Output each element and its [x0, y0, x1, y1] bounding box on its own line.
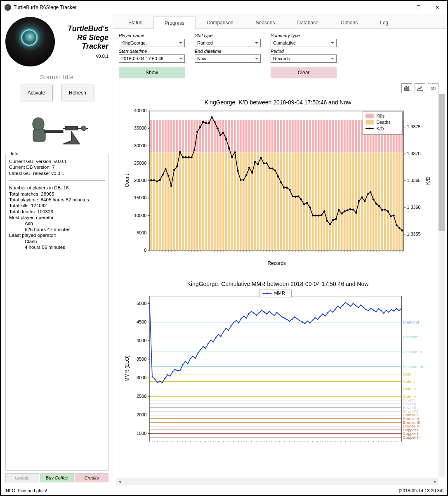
- svg-point-289: [367, 193, 369, 195]
- svg-point-473: [192, 356, 193, 357]
- svg-text:Kills: Kills: [376, 113, 385, 118]
- summary-type-select[interactable]: Cumulative: [271, 39, 337, 47]
- activate-button[interactable]: Activate: [20, 85, 53, 101]
- svg-text:5000: 5000: [137, 230, 146, 235]
- svg-rect-100: [240, 120, 242, 152]
- svg-rect-94: [231, 120, 233, 152]
- app-icon: [5, 4, 11, 11]
- player-name-select[interactable]: KingGeorge.: [119, 39, 185, 47]
- svg-point-463: [167, 374, 168, 376]
- status-label: Status: Idle: [5, 74, 108, 80]
- svg-rect-182: [358, 120, 360, 152]
- svg-point-271: [315, 215, 317, 217]
- svg-rect-167: [335, 152, 337, 250]
- svg-point-472: [190, 358, 191, 359]
- svg-point-495: [248, 313, 250, 314]
- tab-status[interactable]: Status: [117, 16, 153, 28]
- svg-rect-128: [280, 120, 282, 152]
- tab-database[interactable]: Database: [286, 16, 329, 28]
- scroll-right-arrow[interactable]: ►: [432, 478, 439, 485]
- svg-point-536: [353, 303, 354, 304]
- svg-point-527: [330, 310, 331, 311]
- svg-rect-61: [182, 152, 184, 250]
- info-least-op: Clash: [25, 239, 105, 244]
- line-chart-icon[interactable]: [415, 83, 425, 93]
- horizontal-scrollbar[interactable]: [116, 478, 439, 485]
- svg-point-511: [289, 321, 290, 322]
- clear-button[interactable]: Clear: [271, 67, 337, 78]
- svg-rect-201: [384, 152, 386, 250]
- chart-scroll-area[interactable]: KingGeorge. K/D between 2018-09-04 17:50…: [113, 94, 447, 486]
- tab-log[interactable]: Log: [369, 16, 399, 28]
- svg-point-521: [314, 317, 316, 319]
- svg-rect-113: [257, 152, 259, 250]
- period-select[interactable]: Records: [271, 54, 337, 63]
- svg-rect-81: [211, 152, 213, 250]
- svg-rect-55: [173, 152, 175, 250]
- svg-point-494: [246, 318, 247, 319]
- close-button[interactable]: ✕: [428, 1, 447, 14]
- svg-point-264: [295, 196, 297, 198]
- svg-text:1.3355: 1.3355: [407, 231, 420, 236]
- update-button[interactable]: Update: [5, 473, 39, 482]
- scroll-left-arrow[interactable]: ◄: [116, 478, 123, 485]
- svg-rect-102: [243, 120, 245, 152]
- svg-rect-185: [361, 152, 363, 250]
- svg-text:MMR (ELO): MMR (ELO): [124, 356, 130, 382]
- svg-point-253: [263, 162, 265, 164]
- svg-rect-213: [401, 152, 403, 250]
- start-datetime-select[interactable]: 2018-09-04 17:50:46: [119, 54, 185, 63]
- svg-point-229: [193, 149, 196, 151]
- svg-rect-114: [260, 120, 262, 152]
- svg-point-537: [355, 305, 356, 306]
- stat-type-select[interactable]: Ranked: [195, 39, 261, 47]
- svg-point-299: [396, 224, 398, 226]
- info-deaths: Total deaths: 100326: [9, 209, 105, 215]
- svg-point-461: [162, 382, 163, 383]
- bar-chart-icon[interactable]: [401, 83, 412, 93]
- svg-point-520: [312, 320, 313, 321]
- buy-coffee-button[interactable]: Buy Coffee: [40, 473, 74, 482]
- svg-text:K/D: K/D: [425, 177, 431, 185]
- credits-button[interactable]: Credits: [75, 473, 108, 482]
- svg-rect-133: [286, 152, 288, 250]
- svg-point-539: [360, 305, 361, 306]
- svg-rect-91: [225, 152, 227, 250]
- svg-rect-163: [329, 152, 331, 250]
- titlebar: TurtleBud's R6Siege Tracker — ☐ ✕: [1, 1, 447, 14]
- tab-comparison[interactable]: Comparison: [196, 16, 245, 28]
- svg-point-541: [365, 309, 366, 310]
- refresh-button[interactable]: Refresh: [61, 85, 94, 101]
- minimize-button[interactable]: —: [390, 1, 409, 14]
- svg-point-266: [300, 198, 302, 201]
- tab-progress[interactable]: Progress: [153, 17, 196, 29]
- show-button[interactable]: Show: [119, 67, 185, 78]
- maximize-button[interactable]: ☐: [409, 1, 428, 14]
- svg-rect-53: [170, 152, 172, 250]
- svg-point-236: [214, 121, 216, 123]
- svg-rect-159: [323, 152, 325, 250]
- svg-rect-82: [214, 120, 216, 152]
- tab-seasons[interactable]: Seasons: [245, 16, 286, 28]
- svg-point-238: [219, 134, 222, 136]
- svg-point-543: [370, 308, 372, 309]
- vertical-scrollbar-thumb[interactable]: [439, 94, 445, 231]
- svg-point-659: [266, 293, 268, 294]
- svg-point-490: [236, 320, 237, 321]
- svg-point-277: [332, 219, 334, 221]
- svg-point-458: [154, 378, 156, 380]
- svg-point-507: [279, 314, 280, 315]
- svg-rect-199: [381, 152, 383, 250]
- svg-rect-77: [205, 152, 207, 250]
- tab-options[interactable]: Options: [330, 16, 369, 28]
- svg-rect-93: [228, 152, 230, 250]
- end-datetime-select[interactable]: Now: [195, 54, 261, 63]
- svg-point-535: [350, 306, 351, 307]
- svg-point-457: [151, 376, 153, 378]
- svg-rect-140: [297, 120, 299, 152]
- svg-point-298: [393, 215, 395, 217]
- svg-rect-80: [211, 120, 213, 152]
- svg-point-221: [170, 185, 172, 187]
- screenshot-icon[interactable]: [428, 83, 439, 93]
- svg-rect-63: [185, 152, 187, 250]
